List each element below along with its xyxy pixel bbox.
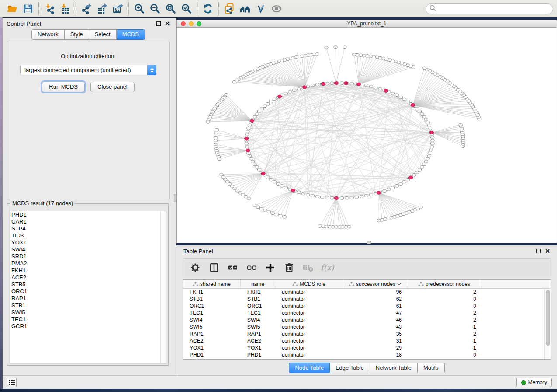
zoom-out-button[interactable]	[147, 2, 163, 16]
table-mode-gear-button[interactable]	[189, 261, 201, 274]
select-all-rows-button[interactable]	[227, 261, 239, 274]
optimization-criterion-select[interactable]: largest connected component (undirected)	[20, 65, 156, 75]
table-row[interactable]: SWI4SWI4dominator462	[183, 316, 551, 323]
mcds-result-item[interactable]: FKH1	[10, 267, 166, 274]
delete-table-icon	[302, 262, 314, 273]
tab-style[interactable]: Style	[65, 29, 89, 40]
column-header-shared-name[interactable]: shared name	[183, 280, 241, 288]
cell-successor-nodes: 18	[343, 351, 407, 358]
table-tab-node-table[interactable]: Node Table	[289, 363, 330, 373]
cell-MCDS-role: dominator	[275, 303, 343, 309]
cell-shared-name: SWI5	[183, 323, 241, 330]
export-image-button[interactable]	[110, 2, 126, 16]
mcds-result-item[interactable]: STB1	[10, 302, 166, 309]
apply-preferred-layout-button[interactable]	[200, 2, 216, 16]
mcds-result-item[interactable]: TEC1	[10, 316, 166, 323]
float-table-panel-button[interactable]	[536, 249, 541, 253]
window-minimize-icon[interactable]	[189, 21, 194, 26]
show-hide-graphics-details-button[interactable]	[269, 2, 284, 16]
mcds-result-item[interactable]: GCR1	[10, 323, 166, 330]
show-columns-button[interactable]	[208, 261, 220, 274]
search-input[interactable]	[436, 5, 553, 14]
mcds-result-item[interactable]: STB5	[10, 281, 166, 288]
mcds-result-item[interactable]: TID3	[10, 232, 166, 239]
table-row[interactable]: FKH1FKH1dominator962	[183, 289, 551, 296]
mcds-result-item[interactable]: SRD1	[10, 253, 166, 260]
column-header-filler	[481, 280, 551, 288]
window-close-icon[interactable]	[181, 21, 186, 26]
table-row[interactable]: YOX1YOX1connector291	[183, 344, 551, 351]
network-window-titlebar[interactable]: YPA_prune.txt_1	[177, 20, 557, 28]
table-row[interactable]: ORC1ORC1dominator610	[183, 303, 551, 309]
table-scrollbar[interactable]	[544, 289, 551, 359]
mcds-result-item[interactable]: CAR1	[10, 218, 166, 225]
import-table-from-file-button[interactable]	[57, 2, 73, 16]
table-row[interactable]: SWI5SWI5connector431	[183, 323, 551, 330]
import-network-from-file-button[interactable]	[42, 2, 57, 16]
tab-mcds[interactable]: MCDS	[117, 29, 145, 40]
open-session-button[interactable]	[4, 2, 20, 16]
export-network-button[interactable]	[79, 2, 94, 16]
result-list-scrollbar[interactable]	[160, 211, 166, 363]
delete-table-button[interactable]	[302, 261, 314, 274]
zoom-fit-content-button[interactable]	[163, 2, 179, 16]
mcds-result-item[interactable]: PMA2	[10, 260, 166, 267]
export-table-button[interactable]	[94, 2, 110, 16]
tab-network[interactable]: Network	[31, 29, 65, 40]
column-header-MCDS-role[interactable]: MCDS role	[275, 280, 343, 288]
float-panel-button[interactable]	[156, 21, 161, 26]
column-header-predecessor-nodes[interactable]: predecessor nodes	[407, 280, 481, 288]
clone-network-button[interactable]	[221, 2, 237, 16]
network-splitter-grip[interactable]	[367, 241, 371, 244]
window-zoom-icon[interactable]	[197, 21, 201, 26]
mcds-result-item[interactable]: YOX1	[10, 239, 166, 246]
mcds-result-item[interactable]: SWI5	[10, 309, 166, 316]
table-row[interactable]: RAP1RAP1dominator352	[183, 330, 551, 337]
table-scrollbar-thumb[interactable]	[546, 290, 550, 346]
mcds-result-list[interactable]: PHD1CAR1STP4TID3YOX1SWI4SRD1PMA2FKH1ACE2…	[9, 211, 166, 364]
deselect-all-rows-button[interactable]	[246, 261, 258, 274]
column-header-successor-nodes[interactable]: successor nodes	[343, 280, 407, 288]
close-table-panel-button[interactable]: ✕	[545, 249, 550, 253]
list-icon	[8, 379, 15, 385]
table-row[interactable]: STB1STB1dominator620	[183, 296, 551, 303]
create-new-column-button[interactable]	[264, 261, 277, 274]
table-row[interactable]: PHD1PHD1dominator180	[183, 351, 551, 358]
mcds-result-item[interactable]: STP4	[10, 225, 166, 232]
tab-select[interactable]: Select	[89, 29, 117, 40]
table-body: FKH1FKH1dominator962STB1STB1dominator620…	[183, 289, 551, 358]
table-tab-edge-table[interactable]: Edge Table	[330, 363, 370, 373]
cell-MCDS-role: connector	[275, 309, 343, 316]
close-panel-button[interactable]: ✕	[165, 21, 170, 26]
network-canvas[interactable]	[177, 28, 557, 243]
run-mcds-button[interactable]: Run MCDS	[42, 82, 85, 92]
table-tab-motifs[interactable]: Motifs	[418, 363, 445, 373]
mcds-result-item[interactable]: PHD1	[10, 211, 166, 218]
toolbar-icon-group	[4, 0, 284, 17]
clone-network-icon	[224, 3, 235, 14]
mcds-result-item[interactable]: RAP1	[10, 295, 166, 302]
zoom-selected-region-button[interactable]	[179, 2, 194, 16]
cell-predecessor-nodes: 2	[407, 289, 481, 296]
mcds-result-item[interactable]: ORC1	[10, 288, 166, 295]
table-row[interactable]: ACE2ACE2connector311	[183, 337, 551, 344]
toggle-graphics-details-button[interactable]	[253, 2, 269, 16]
search-box[interactable]	[426, 3, 553, 14]
session-houses-button[interactable]	[237, 2, 253, 16]
mcds-result-item[interactable]: SWI4	[10, 246, 166, 253]
table-row[interactable]: TEC1TEC1connector472	[183, 309, 551, 316]
delete-columns-button[interactable]	[283, 261, 295, 274]
cell-MCDS-role: connector	[275, 323, 343, 330]
table-tab-network-table[interactable]: Network Table	[370, 363, 418, 373]
close-panel-button-mcds[interactable]: Close panel	[90, 82, 135, 92]
save-session-button[interactable]	[20, 2, 36, 16]
splitter-grip[interactable]	[174, 194, 176, 202]
zoom-in-button[interactable]	[131, 2, 147, 16]
mcds-result-item[interactable]: ACE2	[10, 274, 166, 281]
memory-button[interactable]: Memory	[516, 378, 552, 387]
task-history-button[interactable]	[7, 378, 17, 387]
function-builder-button[interactable]: f(x)	[321, 263, 334, 272]
column-header-name[interactable]: name	[241, 280, 275, 288]
export-table-icon	[97, 3, 108, 14]
table-panel-title: Table Panel	[183, 248, 213, 254]
